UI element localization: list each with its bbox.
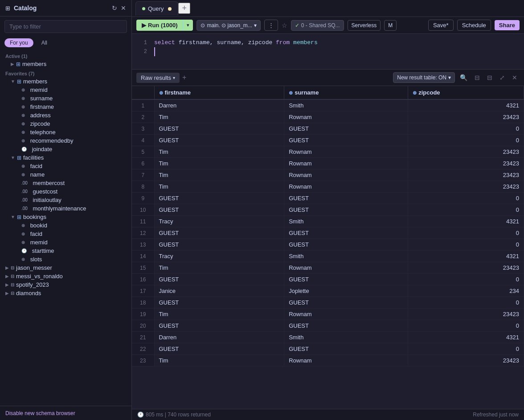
sidebar-item-messi-vs-ronaldo[interactable]: ▶ ⊟ messi_vs_ronaldo [0, 272, 131, 280]
results-tab[interactable]: Raw results ▾ [136, 73, 180, 83]
toolbar: ▶ Run (1000) ▾ ⊙ main. ⊙ jason_m... ▾ ⋮ … [132, 17, 524, 34]
close-results-button[interactable]: ✕ [510, 73, 520, 82]
filter-results-button[interactable]: ⊟ [472, 73, 482, 82]
sidebar-item-membercost[interactable]: .00 membercost [0, 179, 131, 187]
surname-cell: GUEST [284, 274, 408, 285]
m-button[interactable]: M [384, 20, 397, 31]
sidebar-item-monthlymaintenance[interactable]: .00 monthlymaintenance [0, 204, 131, 213]
sidebar-item-memid[interactable]: ⊛ memid [0, 86, 131, 94]
firstname-cell: Janice [154, 285, 284, 297]
sidebar-item-diamonds[interactable]: ▶ ⊟ diamonds [0, 289, 131, 297]
row-number: 13 [132, 239, 154, 251]
col-icon: .00 [21, 189, 28, 194]
check-icon: ✓ [295, 22, 299, 29]
tab-row: For you All [0, 37, 131, 51]
surname-cell: Rownam [284, 355, 408, 366]
row-number: 10 [132, 204, 154, 216]
sidebar-item-slots[interactable]: ⊛ slots [0, 255, 131, 264]
firstname-header[interactable]: ⊛firstname [154, 86, 284, 99]
add-result-button[interactable]: + [182, 74, 186, 82]
save-button[interactable]: Save* [428, 20, 454, 31]
row-number: 11 [132, 216, 154, 227]
col-label: initialoutlay [33, 197, 61, 203]
sidebar-item-bookings-memid[interactable]: ⊛ memid [0, 238, 131, 247]
disable-schema-browser-link[interactable]: Disable new schema browser [5, 410, 75, 416]
surname-cell: GUEST [284, 135, 408, 146]
query-tab[interactable]: Query [135, 1, 178, 16]
sidebar-header: ⊞ Catalog ↻ ✕ [0, 0, 131, 16]
sidebar-item-initialoutlay[interactable]: .00 initialoutlay [0, 196, 131, 204]
new-result-label: New result table: ON [397, 74, 446, 81]
active-section-label: Active (1) [0, 51, 131, 60]
expand-button[interactable]: ⤢ [497, 73, 507, 82]
row-number: 3 [132, 123, 154, 135]
close-sidebar-icon[interactable]: ✕ [121, 4, 126, 12]
sidebar-item-starttime[interactable]: 🕐 starttime [0, 247, 131, 255]
sidebar-item-bookid[interactable]: ⊛ bookid [0, 221, 131, 230]
surname-cell: Smith [284, 332, 408, 343]
search-results-button[interactable]: 🔍 [458, 73, 470, 82]
filter-input[interactable] [4, 20, 127, 33]
serverless-button[interactable]: Serverless [348, 20, 381, 31]
col-label: memid [30, 239, 48, 246]
table-row: 20GUESTGUEST0 [132, 320, 524, 332]
new-result-table-button[interactable]: New result table: ON ▾ [393, 72, 455, 83]
favorite-button[interactable]: ☆ [282, 22, 287, 29]
tab-all[interactable]: All [36, 38, 53, 47]
layout-button[interactable]: ⊟ [485, 73, 495, 82]
table-icon: ⊞ [17, 155, 21, 161]
surname-cell: Smith [284, 99, 408, 111]
sidebar-item-zipcode[interactable]: ⊛ zipcode [0, 119, 131, 128]
sidebar-item-fav-bookings[interactable]: ▼ ⊞ bookings [0, 213, 131, 221]
zipcode-cell: 0 [408, 135, 524, 146]
zipcode-cell: 0 [408, 239, 524, 251]
table-row: 23TimRownam23423 [132, 355, 524, 366]
sidebar-item-facid[interactable]: ⊛ facid [0, 162, 131, 170]
zipcode-cell: 23423 [408, 158, 524, 169]
sidebar-item-recommendedby[interactable]: ⊛ recommendedby [0, 136, 131, 145]
keyword-from: from [276, 39, 290, 46]
table-row: 8TimRownam23423 [132, 181, 524, 193]
surname-cell: GUEST [284, 343, 408, 355]
sidebar-item-address[interactable]: ⊛ address [0, 111, 131, 119]
surname-cell: Rownam [284, 309, 408, 320]
firstname-cell: GUEST [154, 239, 284, 251]
chevron-icon: ▶ [11, 62, 14, 66]
sidebar-item-fav-members[interactable]: ▼ ⊞ members [0, 77, 131, 86]
editor-area[interactable]: 1 select firstname, surname, zipcode fro… [132, 34, 524, 70]
table-row: 2TimRownam23423 [132, 111, 524, 123]
schedule-button[interactable]: Schedule [457, 20, 491, 31]
add-tab-button[interactable]: + [178, 3, 190, 14]
sidebar-item-jason-messer[interactable]: ▶ ⊟ jason_messer [0, 264, 131, 272]
sidebar-item-guestcost[interactable]: .00 guestcost [0, 187, 131, 196]
sidebar-item-spotify-2023[interactable]: ▶ ⊟ spotify_2023 [0, 280, 131, 289]
run-dropdown-button[interactable]: ▾ [183, 20, 193, 31]
sidebar-item-bookings-facid[interactable]: ⊛ facid [0, 230, 131, 238]
sidebar-item-label: members [22, 61, 46, 67]
sidebar-item-fav-facilities[interactable]: ▼ ⊞ facilities [0, 153, 131, 162]
share-button[interactable]: Share [495, 20, 520, 30]
row-number: 19 [132, 309, 154, 320]
db-selector[interactable]: ⊙ main. ⊙ jason_m... ▾ [196, 20, 260, 31]
sidebar-item-active-members[interactable]: ▶ ⊞ members [0, 60, 131, 68]
tab-status-dot [142, 7, 145, 10]
refresh-icon[interactable]: ↻ [112, 4, 117, 12]
zipcode-header[interactable]: ⊛zipcode [408, 86, 524, 99]
sidebar-item-telephone[interactable]: ⊛ telephone [0, 128, 131, 136]
sidebar-item-joindate[interactable]: 🕐 joindate [0, 145, 131, 153]
col-label: telephone [30, 129, 56, 136]
col-label: joindate [32, 146, 53, 152]
sidebar-item-firstname[interactable]: ⊛ firstname [0, 103, 131, 111]
sidebar-item-name[interactable]: ⊛ name [0, 170, 131, 179]
col-label: name [30, 171, 45, 178]
surname-header[interactable]: ⊛surname [284, 86, 408, 99]
sidebar-item-surname[interactable]: ⊛ surname [0, 94, 131, 103]
col-icon: ⊛ [21, 172, 25, 177]
row-number: 5 [132, 146, 154, 158]
run-button[interactable]: ▶ Run (1000) [136, 20, 183, 31]
zipcode-cell: 0 [408, 123, 524, 135]
more-options-button[interactable]: ⋮ [264, 20, 278, 31]
col-icon: ⊛ [21, 223, 25, 228]
col-icon: ⊛ [21, 113, 25, 118]
tab-for-you[interactable]: For you [4, 38, 33, 47]
